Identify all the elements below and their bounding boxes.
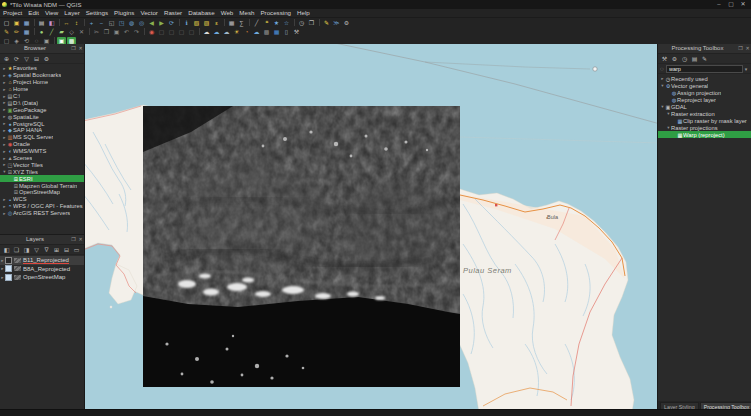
new-map-view-icon[interactable]: ❐ <box>307 19 316 27</box>
browser-properties-icon[interactable]: ⚙ <box>42 55 51 63</box>
processing-close-button[interactable]: ✕ <box>744 44 751 53</box>
layers-collapse-all-icon[interactable]: ⊟ <box>62 246 71 254</box>
pan-to-selection-icon[interactable]: ↕ <box>72 19 81 27</box>
algorithm-item-gdal[interactable]: ▾▣GDAL <box>658 103 751 110</box>
menu-view[interactable]: View <box>42 9 61 17</box>
map-tips-icon[interactable]: ❝ <box>262 19 271 27</box>
layers-close-button[interactable]: ✕ <box>77 235 84 244</box>
zoom-in-icon[interactable]: + <box>87 19 96 27</box>
raster-grid-tool-icon[interactable]: ▩ <box>262 28 271 36</box>
pan-map-icon[interactable]: ↔ <box>62 19 71 27</box>
plugin-manager-icon[interactable]: ⚙ <box>342 19 351 27</box>
menu-web[interactable]: Web <box>218 9 237 17</box>
identify-features-icon[interactable]: ℹ <box>182 19 191 27</box>
proc-toolbox-wrench-icon[interactable]: ⚒ <box>660 55 669 63</box>
globe-cloud-tool-icon[interactable]: ☁ <box>252 28 261 36</box>
layer-row-b8a-reprojected[interactable]: ▸B8A_Reprojected <box>0 265 84 274</box>
menu-help[interactable]: Help <box>294 9 313 17</box>
algorithm-item-clip-raster-by-mask-layer[interactable]: ▦Clip raster by mask layer <box>658 117 751 124</box>
plugin-grayed-2-icon[interactable]: ▢ <box>167 28 176 36</box>
notebook-tool-icon[interactable]: ▯ <box>282 28 291 36</box>
processing-search-input[interactable] <box>666 65 743 73</box>
algorithm-item-raster-projections[interactable]: ▾Raster projections <box>658 124 751 131</box>
select-features-icon[interactable]: ▧ <box>192 19 201 27</box>
algorithm-item-warp-reproject[interactable]: ▦Warp (reproject) <box>658 131 751 138</box>
save-layer-edits-icon[interactable]: ▦ <box>22 28 31 36</box>
menu-edit[interactable]: Edit <box>25 9 42 17</box>
zoom-full-icon[interactable]: ◳ <box>117 19 126 27</box>
vertex-tool-icon[interactable]: ◇ <box>67 28 76 36</box>
delete-selected-icon[interactable]: ✕ <box>77 28 86 36</box>
zoom-to-layer-icon[interactable]: ◎ <box>137 19 146 27</box>
browser-item-xyz-tiles[interactable]: ▾⊞XYZ Tiles <box>0 168 84 175</box>
maximize-button[interactable]: ▢ <box>725 0 737 9</box>
search-options-icon[interactable]: ▾ <box>743 66 749 72</box>
undo-icon[interactable]: ↶ <box>122 28 131 36</box>
browser-item-wcs[interactable]: ▸◒WCS <box>0 196 84 203</box>
menu-database[interactable]: Database <box>185 9 218 17</box>
proc-results-viewer-icon[interactable]: ▤ <box>690 55 699 63</box>
new-bookmark-icon[interactable]: ★ <box>272 19 281 27</box>
python-console-icon[interactable]: ≫ <box>332 19 341 27</box>
layer-visibility-checkbox[interactable] <box>5 265 12 272</box>
plugin-grayed-1-icon[interactable]: ▢ <box>157 28 166 36</box>
browser-item-spatial-bookmarks[interactable]: ▸◈Spatial Bookmarks <box>0 72 84 79</box>
sun-raster-tool-icon[interactable]: ☀ <box>232 28 241 36</box>
menu-plugins[interactable]: Plugins <box>111 9 137 17</box>
browser-item-ms-sql-server[interactable]: ▸▥MS SQL Server <box>0 134 84 141</box>
plugin-grayed-4-icon[interactable]: ▢ <box>187 28 196 36</box>
cloud-upload-icon[interactable]: ☁ <box>212 28 221 36</box>
browser-item-geopackage[interactable]: ▸▣GeoPackage <box>0 106 84 113</box>
processing-float-button[interactable]: ❐ <box>737 44 744 53</box>
measure-line-icon[interactable]: ╱ <box>252 19 261 27</box>
zoom-next-icon[interactable]: ▶ <box>157 19 166 27</box>
browser-item-sap-hana[interactable]: ▸◆SAP HANA <box>0 127 84 134</box>
algorithm-item-recently-used[interactable]: ▸◷Recently used <box>658 75 751 82</box>
paste-features-icon[interactable]: ▣ <box>112 28 121 36</box>
zoom-last-icon[interactable]: ◀ <box>147 19 156 27</box>
proc-models-icon[interactable]: ⚙ <box>670 55 679 63</box>
window-titlebar[interactable]: *Tilo Wisata NDM — QGIS – ▢ ✕ <box>0 0 751 9</box>
browser-item-openstreetmap[interactable]: ⊞OpenStreetMap <box>0 189 84 196</box>
layer-visibility-checkbox[interactable] <box>5 257 12 264</box>
layers-filter-legend-icon[interactable]: ▽ <box>32 246 41 254</box>
orange-compass-tool-icon[interactable]: ◔ <box>242 28 251 36</box>
browser-item-vector-tiles[interactable]: ▸◳Vector Tiles <box>0 161 84 168</box>
show-bookmarks-icon[interactable]: ☆ <box>282 19 291 27</box>
menu-layer[interactable]: Layer <box>61 9 82 17</box>
menu-project[interactable]: Project <box>0 9 25 17</box>
open-project-icon[interactable]: ▣ <box>12 19 21 27</box>
new-project-icon[interactable]: ▢ <box>2 19 11 27</box>
layers-filter-expression-icon[interactable]: ∇ <box>42 246 51 254</box>
deselect-features-icon[interactable]: ▨ <box>202 19 211 27</box>
browser-close-button[interactable]: ✕ <box>77 44 84 53</box>
blue-box-tool-icon[interactable]: ▦ <box>272 28 281 36</box>
layer-row-openstreetmap[interactable]: ▸OpenStreetMap <box>0 273 84 282</box>
select-by-expression-icon[interactable]: ε <box>212 19 221 27</box>
browser-item-esri[interactable]: ⊞ESRI <box>0 175 84 182</box>
browser-item-scenes[interactable]: ▸▲Scenes <box>0 155 84 162</box>
browser-item-oracle[interactable]: ▸◉Oracle <box>0 141 84 148</box>
osm-place-search-icon[interactable]: ◉ <box>147 28 156 36</box>
current-edits-icon[interactable]: ✎ <box>2 28 11 36</box>
browser-refresh-icon[interactable]: ⟳ <box>12 55 21 63</box>
browser-item-home[interactable]: ▸⌂Home <box>0 86 84 93</box>
proc-history-icon[interactable]: ◷ <box>680 55 689 63</box>
menu-mesh[interactable]: Mesh <box>236 9 257 17</box>
browser-filter-icon[interactable]: ▽ <box>22 55 31 63</box>
browser-float-button[interactable]: ❐ <box>70 44 77 53</box>
layers-remove-icon[interactable]: ▭ <box>72 246 81 254</box>
browser-add-selected-icon[interactable]: ⊕ <box>2 55 11 63</box>
proc-edit-features-icon[interactable]: ✎ <box>700 55 709 63</box>
plugin-grayed-3-icon[interactable]: ▢ <box>177 28 186 36</box>
browser-item-wms-wmts[interactable]: ▸◐WMS/WMTS <box>0 148 84 155</box>
browser-collapse-all-icon[interactable]: ⊟ <box>32 55 41 63</box>
menu-raster[interactable]: Raster <box>161 9 185 17</box>
print-layout-icon[interactable]: ▤ <box>37 19 46 27</box>
redo-icon[interactable]: ↷ <box>132 28 141 36</box>
copy-features-icon[interactable]: ❐ <box>102 28 111 36</box>
save-project-icon[interactable]: ▦ <box>22 19 31 27</box>
menu-settings[interactable]: Settings <box>83 9 111 17</box>
layer-visibility-checkbox[interactable] <box>5 274 12 281</box>
refresh-map-icon[interactable]: ⟳ <box>167 19 176 27</box>
